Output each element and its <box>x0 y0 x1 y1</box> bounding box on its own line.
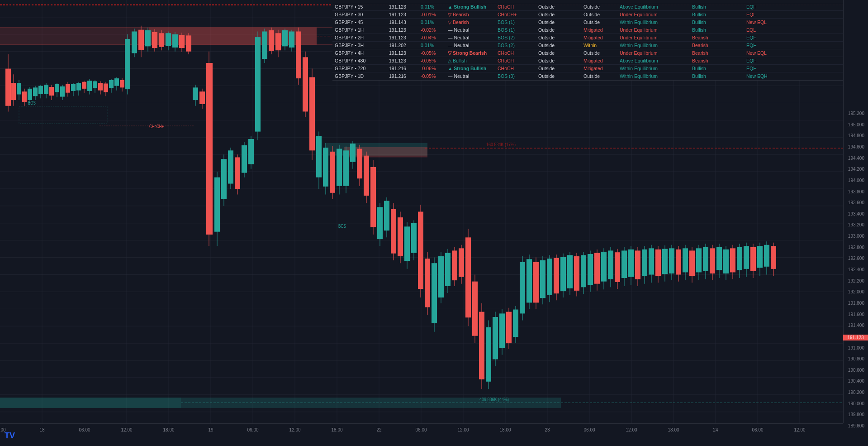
cell-price: 191.143 <box>389 19 421 25</box>
cell-chg: 0.01% <box>421 43 448 48</box>
cell-liquidity: Bullish <box>692 4 746 10</box>
cell-fvg: Within <box>583 43 620 48</box>
candle-group-2 <box>44 77 124 101</box>
cell-chg: -0.05% <box>421 58 448 63</box>
table-row[interactable]: GBPJPY • 3H191.2020.01%— NeutralBOS (2)O… <box>332 42 843 49</box>
svg-rect-217 <box>560 257 566 291</box>
svg-rect-221 <box>574 256 579 291</box>
price-label-192.8: 192.800 <box>848 245 866 250</box>
cell-ticker: GBPJPY • 30 <box>335 12 389 17</box>
table-row[interactable]: GBPJPY • 1H191.123-0.02%— NeutralBOS (1)… <box>332 26 843 34</box>
cell-fvg: Outside <box>583 50 620 56</box>
zone4-label: 409.836K (44%) <box>479 397 509 402</box>
data-table: GBPJPY • 15191.1230.01%▲ Strong BullishC… <box>332 0 843 81</box>
time-label: 18:00 <box>163 427 174 432</box>
current-price-label: 191.123 <box>843 335 868 340</box>
svg-rect-73 <box>82 82 86 89</box>
cell-liquidity: Bullish <box>692 27 746 33</box>
cell-liquidity: Bullish <box>692 19 746 25</box>
bearish-ob-zone-mid-dark <box>344 147 427 158</box>
time-label: 06:00 <box>79 427 90 432</box>
cell-eqhl: EQL <box>746 27 783 33</box>
candle-group-10 <box>432 245 464 332</box>
svg-rect-179 <box>432 263 437 323</box>
price-label-191.6: 191.600 <box>848 312 866 317</box>
svg-rect-275 <box>757 246 763 268</box>
price-label-189.6: 189.600 <box>848 423 866 428</box>
table-row[interactable]: GBPJPY • 15191.1230.01%▲ Strong BullishC… <box>332 3 843 11</box>
price-label-192.6: 192.600 <box>848 256 866 261</box>
svg-rect-175 <box>418 212 423 289</box>
svg-rect-63 <box>55 84 59 92</box>
svg-rect-61 <box>49 87 54 96</box>
price-label-193.6: 193.600 <box>848 200 866 205</box>
svg-rect-165 <box>384 201 389 230</box>
svg-rect-189 <box>465 237 471 317</box>
cell-structure: CHoCH <box>498 50 538 56</box>
svg-rect-191 <box>472 282 478 336</box>
svg-rect-97 <box>152 32 157 48</box>
svg-rect-127 <box>255 37 261 131</box>
table-row[interactable]: GBPJPY • 480191.123-0.05%△ BullishCHoCHO… <box>332 57 843 65</box>
cell-rating: ▽ Bearish <box>448 19 498 25</box>
bullish-ob-zone-bot <box>0 398 181 408</box>
svg-rect-119 <box>228 150 233 183</box>
cell-price: 191.216 <box>389 66 421 71</box>
cell-eqhl: EQH <box>746 66 783 71</box>
svg-rect-107 <box>186 35 191 51</box>
svg-rect-67 <box>66 84 70 93</box>
svg-rect-265 <box>723 249 729 273</box>
svg-rect-161 <box>370 167 376 227</box>
cell-ticker: GBPJPY • 720 <box>335 66 389 71</box>
zone3-label: 160.534K (17%) <box>486 142 516 147</box>
svg-rect-257 <box>696 248 702 272</box>
time-scale: 18:001806:0012:0018:001906:0012:0018:002… <box>0 423 843 446</box>
table-row[interactable]: GBPJPY • 30191.123-0.01%▽ BearishCHoCH+O… <box>332 11 843 19</box>
svg-rect-231 <box>608 250 613 279</box>
cell-pdzones: Under Equilibrium <box>620 27 692 33</box>
svg-rect-211 <box>540 260 545 298</box>
table-row[interactable]: GBPJPY • 720191.216-0.06%▲ Strong Bullis… <box>332 65 843 72</box>
table-row[interactable]: GBPJPY • 45191.1430.01%▽ BearishBOS (1)O… <box>332 19 843 26</box>
price-label-194.4: 194.400 <box>848 156 866 161</box>
svg-rect-123 <box>242 145 247 173</box>
svg-rect-49 <box>17 83 21 94</box>
cell-liquidity: Bearish <box>692 35 746 40</box>
svg-rect-261 <box>710 248 715 273</box>
svg-rect-89 <box>125 39 130 89</box>
cell-structure: BOS (2) <box>498 35 538 40</box>
svg-rect-181 <box>438 256 444 297</box>
svg-rect-193 <box>479 312 484 379</box>
svg-rect-137 <box>289 31 294 47</box>
cell-liquidity: Bullish <box>692 12 746 17</box>
cell-ticker: GBPJPY • 2H <box>335 35 389 40</box>
price-scale: 195.200195.000194.800194.600194.400194.2… <box>843 0 868 423</box>
svg-rect-57 <box>38 86 43 94</box>
cell-price: 191.123 <box>389 35 421 40</box>
svg-rect-149 <box>330 152 335 193</box>
cell-eqhl: New EQH <box>746 73 783 79</box>
cell-rating: — Neutral <box>448 43 498 48</box>
cell-price: 191.123 <box>389 4 421 10</box>
cell-pdzones: Within Equilibrium <box>620 66 692 71</box>
price-label-194.2: 194.200 <box>848 167 866 172</box>
svg-rect-223 <box>581 255 586 288</box>
price-label-194: 194.000 <box>848 178 866 183</box>
table-row[interactable]: GBPJPY • 1D191.216-0.05%— NeutralBOS (3)… <box>332 72 843 80</box>
svg-rect-95 <box>145 30 151 46</box>
cell-rating: — Neutral <box>448 73 498 79</box>
cell-fvg: Outside <box>583 19 620 25</box>
cell-fvg: Mitigated <box>583 35 620 40</box>
price-label-190.8: 190.800 <box>848 356 866 361</box>
cell-ticker: GBPJPY • 15 <box>335 4 389 10</box>
svg-rect-219 <box>567 255 573 288</box>
svg-rect-109 <box>193 87 198 100</box>
svg-rect-273 <box>750 247 756 271</box>
table-row[interactable]: GBPJPY • 2H191.123-0.04%— NeutralBOS (2)… <box>332 34 843 42</box>
price-label-192.2: 192.200 <box>848 278 866 283</box>
cell-chg: -0.01% <box>421 12 448 17</box>
cell-orderblock: Outside <box>538 66 583 71</box>
cell-liquidity: Bearish <box>692 50 746 56</box>
table-row[interactable]: GBPJPY • 4H191.123-0.05%▽ Strong Bearish… <box>332 49 843 57</box>
svg-rect-157 <box>357 149 362 179</box>
